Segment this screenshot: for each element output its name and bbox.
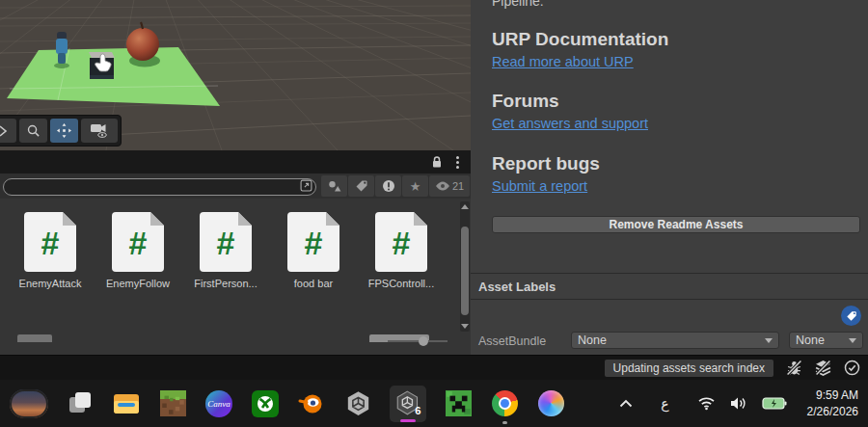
zoom-tool-button[interactable] (19, 119, 47, 143)
asset-label: food bar (294, 278, 333, 289)
slider-knob[interactable] (419, 336, 428, 346)
unity-editor-desktop: ★ 21 # EnemyAttack # EnemyFollow (0, 0, 868, 427)
windows-taskbar: Canva (0, 380, 868, 427)
asset-label: EnemyFollow (106, 278, 170, 289)
filter-by-type-button[interactable] (321, 175, 347, 197)
search-wrap (3, 177, 316, 195)
unity-6-button[interactable]: 6 (390, 386, 426, 422)
project-filter-bar: ★ 21 (0, 173, 471, 199)
asset-label: FPSControll... (368, 278, 434, 289)
canva-button[interactable]: Canva (204, 389, 233, 418)
battery-charging-icon[interactable] (762, 396, 787, 411)
hidden-icons-chevron[interactable] (619, 399, 633, 408)
scroll-down-icon[interactable] (461, 324, 469, 329)
debugger-off-icon[interactable] (786, 360, 802, 376)
assetbundle-dropdown[interactable]: None (571, 332, 779, 349)
filter-by-label-button[interactable] (348, 175, 374, 197)
minecraft-button[interactable] (158, 389, 187, 418)
asset-label-tag-button[interactable] (841, 306, 861, 326)
svg-text:#: # (305, 225, 323, 261)
pan-move-icon (57, 123, 71, 138)
project-scrollbar[interactable] (460, 201, 470, 332)
minecraft-creeper-button[interactable] (444, 389, 473, 418)
unity-6-icon: 6 (395, 390, 421, 416)
asset-items-row: # EnemyAttack # EnemyFollow # FirstPerso… (0, 199, 471, 289)
hidden-count-button[interactable]: 21 (429, 175, 470, 197)
unity-hub-icon (345, 390, 371, 416)
csharp-script-icon: # (287, 212, 339, 272)
read-more-link[interactable]: Read more about URP (492, 54, 634, 69)
chrome-icon (492, 390, 518, 416)
scene-toolbar (0, 115, 122, 147)
scene-view[interactable] (0, 0, 471, 150)
get-answers-link[interactable]: Get answers and support (492, 116, 648, 131)
camera-tool-button[interactable] (81, 119, 118, 143)
task-view-button[interactable] (66, 389, 95, 418)
copilot-button[interactable] (536, 389, 565, 418)
cache-off-icon[interactable] (815, 360, 831, 376)
asset-item[interactable]: # FirstPerson... (185, 212, 266, 289)
cursor-tool-button[interactable] (0, 119, 16, 143)
slider-track (388, 340, 448, 342)
remove-readme-assets-button[interactable]: Remove Readme Assets (492, 216, 860, 233)
project-asset-grid: # EnemyAttack # EnemyFollow # FirstPerso… (0, 199, 471, 355)
scrollbar-thumb[interactable] (461, 227, 469, 315)
submit-report-link[interactable]: Submit a report (492, 178, 587, 194)
tag-icon (846, 310, 857, 322)
svg-text:#: # (393, 225, 411, 261)
svg-text:#: # (41, 225, 60, 261)
filter-by-type-icon (328, 180, 341, 192)
clock-date: 2/26/2026 (807, 404, 858, 419)
active-app-indicator (400, 419, 416, 422)
pipeline-text-clipped: Pipeline: (492, 0, 544, 10)
xbox-icon (252, 390, 279, 417)
scroll-up-icon[interactable] (461, 204, 469, 209)
csharp-script-icon: # (375, 212, 427, 272)
pan-tool-button[interactable] (50, 119, 78, 143)
chevron-down-icon (765, 338, 773, 343)
canva-icon: Canva (205, 390, 232, 417)
status-ok-icon[interactable] (844, 360, 860, 376)
filter-by-label-icon (355, 179, 368, 193)
kebab-menu-icon[interactable] (456, 156, 459, 169)
camera-eye-icon (90, 123, 109, 138)
left-panel-column: ★ 21 # EnemyAttack # EnemyFollow (0, 0, 471, 355)
expand-icon[interactable] (300, 179, 312, 192)
asset-label: EnemyAttack (19, 278, 82, 289)
minecraft-grass-block-icon (160, 390, 186, 416)
status-progress-message: Updating assets search index (605, 360, 773, 377)
taskbar-clock[interactable]: 9:59 AM 2/26/2026 (807, 387, 858, 418)
running-app-indicator (502, 421, 507, 424)
hidden-count-value: 21 (452, 180, 464, 192)
file-explorer-button[interactable] (112, 389, 141, 418)
report-bugs-heading: Report bugs (492, 153, 600, 174)
asset-item[interactable]: # EnemyFollow (97, 212, 178, 289)
alert-filter-button[interactable] (375, 175, 401, 197)
svg-text:#: # (129, 225, 148, 261)
forums-heading: Forums (492, 91, 559, 112)
unity-hub-button[interactable] (343, 389, 372, 418)
volume-icon[interactable] (730, 396, 747, 411)
asset-item[interactable]: # FPSControll... (361, 212, 442, 289)
language-indicator[interactable]: ع (661, 396, 668, 412)
asset-item[interactable]: # food bar (273, 212, 354, 289)
project-search-input[interactable] (3, 178, 316, 196)
assetbundle-variant-dropdown[interactable]: None (789, 332, 863, 349)
csharp-script-icon: # (112, 212, 164, 272)
assetbundle-variant-value: None (796, 334, 825, 347)
alert-icon (382, 179, 395, 193)
thumbnail-zoom-slider[interactable] (388, 336, 448, 346)
blender-button[interactable] (297, 389, 326, 418)
partial-asset-item (17, 334, 52, 342)
divider (471, 299, 868, 300)
wifi-icon[interactable] (697, 396, 716, 411)
blender-icon (298, 390, 325, 417)
lock-icon[interactable] (431, 155, 443, 169)
widgets-button[interactable] (10, 389, 48, 418)
asset-item[interactable]: # EnemyAttack (10, 212, 91, 289)
unity-version-label: 6 (415, 405, 420, 416)
asset-labels-header[interactable]: Asset Labels (478, 280, 556, 294)
chrome-button[interactable] (490, 389, 519, 418)
xbox-button[interactable] (251, 389, 280, 418)
favorites-button[interactable]: ★ (402, 175, 428, 197)
